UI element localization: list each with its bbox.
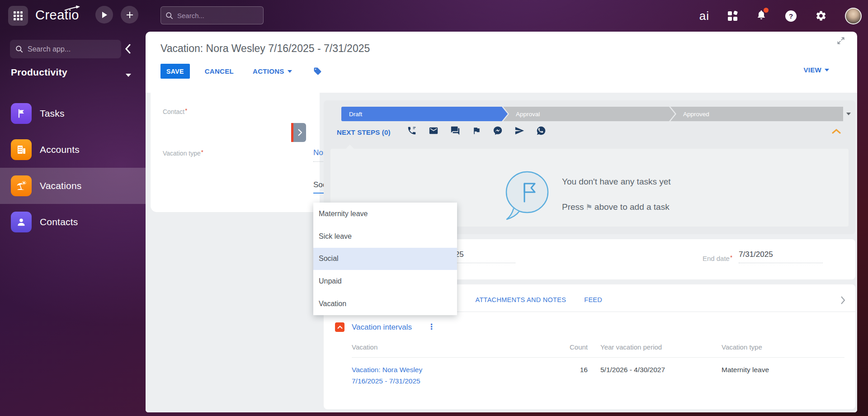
tag-icon[interactable] [313, 67, 322, 76]
tab-feed[interactable]: FEED [584, 296, 602, 303]
tabs-scroll-right-icon[interactable] [840, 296, 845, 304]
grid-icon [13, 11, 23, 21]
workspaces-icon[interactable] [727, 11, 738, 21]
actions-button[interactable]: ACTIONS [253, 67, 292, 75]
sidebar-collapse-icon[interactable] [125, 44, 131, 54]
telegram-icon[interactable] [514, 126, 524, 136]
stage-approved[interactable]: Approved [670, 107, 843, 121]
run-process-button[interactable] [95, 6, 113, 24]
sidebar-item-label: Tasks [40, 108, 65, 119]
contact-field-label: Contact* [163, 107, 187, 115]
expand-icon[interactable] [836, 36, 845, 45]
app-launcher-icon[interactable] [8, 6, 28, 26]
table-cell-type: Maternity leave [722, 358, 844, 387]
quick-add-button[interactable] [121, 6, 138, 24]
chevron-right-icon [297, 129, 302, 136]
workspace-caret-icon [126, 74, 131, 77]
view-label: VIEW [803, 66, 821, 74]
sidebar-item-accounts[interactable]: Accounts [0, 132, 146, 168]
call-icon[interactable] [407, 126, 417, 136]
sidebar-item-contacts[interactable]: Contacts [0, 204, 146, 240]
email-icon[interactable] [429, 126, 439, 136]
column-header[interactable]: Vacation type [722, 343, 844, 357]
column-header[interactable]: Year vacation period [600, 343, 709, 357]
help-icon[interactable]: ? [785, 10, 797, 22]
topbar-actions: ai ? [699, 0, 862, 32]
search-icon [15, 45, 23, 53]
dropdown-option[interactable]: Vacation [313, 293, 457, 315]
flag-icon [11, 103, 32, 124]
tab-attachments-and-notes[interactable]: ATTACHMENTS AND NOTES [476, 296, 566, 303]
sidebar-item-tasks[interactable]: Tasks [0, 95, 146, 132]
user-avatar[interactable] [845, 8, 862, 24]
required-marker: * [201, 149, 203, 156]
collapse-dashboard-icon[interactable] [832, 128, 841, 134]
caret-down-icon [288, 70, 292, 73]
view-button[interactable]: VIEW [803, 66, 829, 74]
task-bubble-icon [504, 170, 551, 220]
section-title[interactable]: Vacation intervals [352, 323, 412, 332]
messenger-icon[interactable] [493, 126, 503, 136]
sidebar-item-label: Vacations [40, 180, 81, 191]
top-bar: Creatio ai ? [0, 0, 868, 32]
whatsapp-icon[interactable] [536, 126, 546, 136]
app-search[interactable] [10, 40, 121, 58]
panel-collapse-handle[interactable] [293, 123, 306, 142]
empty-tasks-hint: Press⚑above to add a task [562, 202, 670, 212]
table-cell-period: 5/1/2026 - 4/30/2027 [600, 358, 709, 387]
next-steps-label[interactable]: NEXT STEPS (0) [337, 128, 391, 136]
caret-down-icon [825, 69, 829, 71]
person-icon [11, 212, 32, 232]
day-count-label: Day count [810, 254, 857, 262]
dropdown-option[interactable]: Maternity leave [313, 203, 457, 225]
stage-approval[interactable]: Approval [503, 107, 675, 121]
vacation-type-dropdown: Maternity leave Sick leave Social Unpaid… [313, 203, 457, 315]
dropdown-option-selected[interactable]: Social [313, 248, 457, 270]
section-menu-icon[interactable]: ⋮ [428, 322, 435, 331]
sidebar-item-vacations[interactable]: Vacations [0, 168, 146, 204]
table-row-vacation-link[interactable]: Vacation: Nora Wesley 7/16/2025 - 7/31/2… [352, 358, 546, 387]
task-flag-icon[interactable] [472, 126, 481, 136]
table-cell-count: 16 [559, 358, 588, 387]
play-icon [101, 11, 108, 19]
empty-tasks-title: You don't have any tasks yet [562, 177, 671, 187]
actions-label: ACTIONS [253, 67, 284, 75]
save-button[interactable]: SAVE [160, 64, 190, 79]
page-title: Vacation: Nora Wesley 7/16/2025 - 7/31/2… [160, 43, 370, 55]
sidebar-item-label: Contacts [40, 217, 78, 227]
stage-menu-caret-icon[interactable] [846, 113, 851, 115]
required-marker: * [730, 254, 732, 261]
settings-gear-icon[interactable] [815, 10, 827, 22]
vacation-intervals-table: Vacation Count Year vacation period Vaca… [352, 343, 844, 387]
vacation-type-field-label: Vacation type* [163, 149, 203, 157]
chat-icon[interactable] [450, 126, 460, 136]
app-search-input[interactable] [28, 45, 116, 53]
column-header[interactable]: Count [559, 343, 588, 357]
creatio-logo-arrow [64, 5, 81, 11]
cancel-button[interactable]: CANCEL [205, 67, 234, 75]
record-form-panel: Contact* Vacation type* [151, 93, 320, 212]
plus-icon [126, 11, 133, 19]
notifications-button[interactable] [756, 9, 767, 22]
column-header[interactable]: Vacation [352, 343, 546, 357]
workspace-selector[interactable]: Productivity [11, 67, 67, 78]
stage-bar: Draft Approval Approved [341, 107, 846, 121]
collapse-section-icon[interactable] [335, 322, 344, 332]
channel-buttons [407, 126, 546, 136]
dropdown-option[interactable]: Sick leave [313, 225, 457, 248]
record-page: Vacation: Nora Wesley 7/16/2025 - 7/31/2… [146, 32, 857, 412]
search-icon [165, 12, 173, 19]
flag-glyph-icon: ⚑ [586, 203, 593, 212]
stage-draft[interactable]: Draft [341, 107, 508, 121]
building-icon [11, 139, 32, 160]
record-toolbar: SAVE CANCEL ACTIONS [160, 64, 322, 79]
end-date-label: End date* [643, 254, 732, 262]
global-search-input[interactable] [177, 12, 259, 19]
global-search[interactable] [160, 6, 264, 24]
dropdown-option[interactable]: Unpaid [313, 270, 457, 293]
svg-text:?: ? [789, 12, 793, 20]
ai-assistant-icon[interactable]: ai [699, 9, 709, 23]
sidebar-item-label: Accounts [40, 144, 80, 155]
notification-badge [764, 8, 769, 13]
beach-icon [11, 175, 32, 196]
